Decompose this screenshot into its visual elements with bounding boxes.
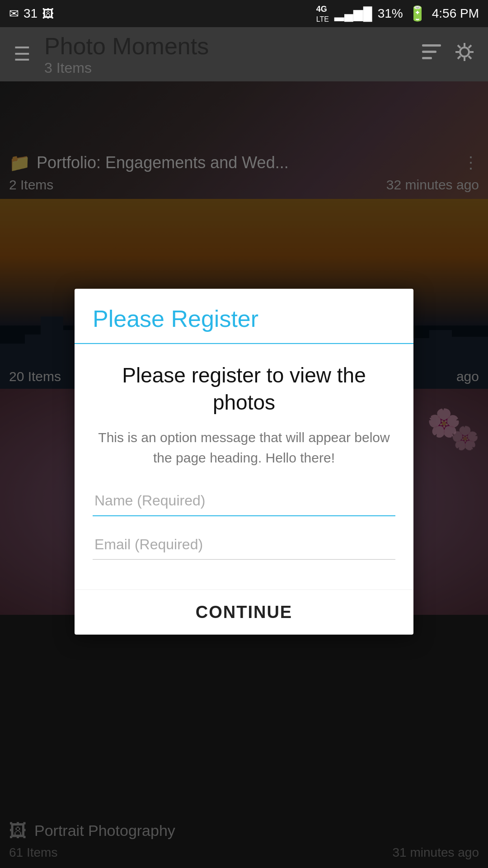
settings-icon[interactable] [455,42,474,66]
svg-rect-0 [422,44,441,47]
svg-point-3 [460,47,469,57]
svg-rect-1 [422,51,436,53]
name-input-group [93,486,395,516]
header-title-block: Photo Moments 3 Items [44,33,422,76]
svg-line-11 [458,56,460,59]
svg-line-10 [469,45,471,48]
continue-button[interactable]: CONTINUE [196,602,292,622]
menu-icon[interactable]: ☰ [14,45,31,64]
name-input[interactable] [93,486,395,516]
item-count-header: 3 Items [44,60,422,76]
modal-title: Please Register [93,305,395,332]
clock: 4:56 PM [432,6,479,21]
register-modal: Please Register Please register to view … [75,289,413,635]
svg-line-8 [458,45,460,48]
svg-rect-2 [422,57,432,59]
status-bar: ✉ 31 🖼 4GLTE ▂▄▆█ 31% 🔋 4:56 PM [0,0,488,27]
email-input[interactable] [93,529,395,559]
network-type: 4GLTE [316,4,329,24]
signal-bars-icon: ▂▄▆█ [334,6,372,21]
svg-line-9 [469,56,471,59]
battery-level-left: 31 [23,6,38,21]
modal-heading: Please register to view the photos [93,362,395,416]
app-title: Photo Moments [44,33,422,60]
modal-body: Please register to view the photos This … [75,344,413,590]
modal-footer: CONTINUE [75,589,413,634]
modal-message: This is an option message that will appe… [93,427,395,467]
status-right: 4GLTE ▂▄▆█ 31% 🔋 4:56 PM [316,4,479,24]
sort-icon[interactable] [422,44,441,65]
image-icon: 🖼 [42,7,54,21]
modal-header: Please Register [75,289,413,344]
battery-icon: 🔋 [408,5,427,22]
email-input-group [93,529,395,559]
battery-percent: 31% [378,6,403,21]
header-actions [422,42,474,66]
app-header: ☰ Photo Moments 3 Items [0,27,488,81]
status-left: ✉ 31 🖼 [9,6,54,21]
signal-icon: ✉ [9,7,19,21]
